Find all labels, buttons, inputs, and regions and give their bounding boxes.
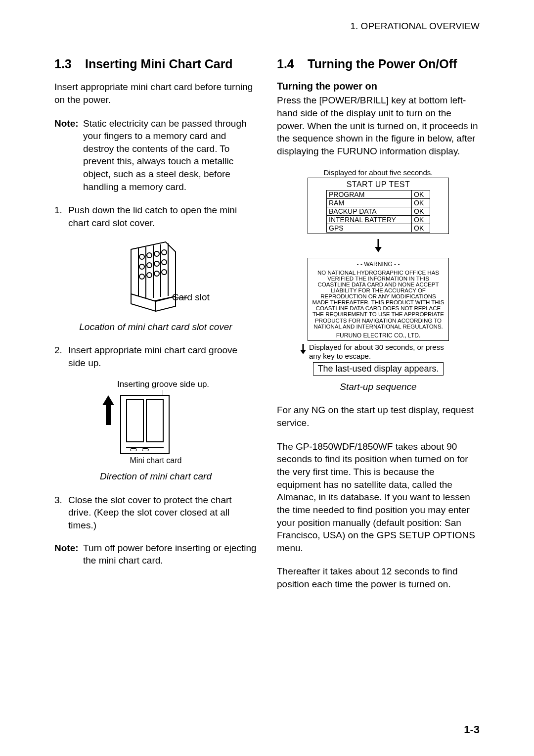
row-key: PROGRAM bbox=[327, 190, 412, 198]
page-number: 1-3 bbox=[464, 723, 480, 736]
svg-point-14 bbox=[147, 273, 152, 278]
svg-marker-21 bbox=[300, 350, 306, 354]
row-val: OK bbox=[412, 199, 430, 207]
right-column: 1.4 Turning the Power On/Off Turning the… bbox=[277, 56, 480, 602]
svg-point-10 bbox=[147, 263, 152, 268]
step-2: 2. Insert appropriate mini chart card gr… bbox=[54, 344, 257, 369]
note-text: Static electricity can be passed through… bbox=[83, 117, 257, 193]
row-val: OK bbox=[412, 216, 430, 224]
intro-paragraph: Insert appropriate mini chart card befor… bbox=[54, 81, 257, 106]
note-text: Turn off power before inserting or eject… bbox=[83, 542, 257, 567]
para-ng: For any NG on the start up test display,… bbox=[277, 404, 480, 429]
procedure-list-2: 2. Insert appropriate mini chart card gr… bbox=[54, 344, 257, 369]
content-columns: 1.3 Inserting Mini Chart Card Insert app… bbox=[54, 56, 480, 602]
arrow-up-icon bbox=[102, 395, 114, 405]
arrow-down-icon bbox=[299, 344, 307, 356]
arrow-stem bbox=[106, 405, 111, 425]
table-row: GPSOK bbox=[326, 224, 430, 233]
warning-company: FURUNO ELECTRIC CO., LTD. bbox=[312, 332, 445, 339]
card-slot-label: Card slot bbox=[172, 292, 210, 303]
svg-point-9 bbox=[139, 264, 144, 269]
warning-box: - - WARNING - - NO NATIONAL HYDROGRAPHIC… bbox=[308, 258, 449, 341]
section-1-4-heading: 1.4 Turning the Power On/Off bbox=[277, 56, 480, 72]
para-power-on: Press the [POWER/BRILL] key at bottom le… bbox=[277, 94, 480, 157]
step-text: Insert appropriate mini chart card groov… bbox=[68, 344, 257, 369]
seq-top-caption: Displayed for about five seconds. bbox=[277, 168, 480, 177]
figure-1-caption: Location of mini chart card slot cover bbox=[54, 321, 257, 333]
para-thereafter: Thereafter it takes about 12 seconds to … bbox=[277, 565, 480, 590]
note-1: Note: Static electricity can be passed t… bbox=[54, 117, 257, 193]
figure-2-caption: Direction of mini chart card bbox=[54, 470, 257, 483]
last-display-box: The last-used display appears. bbox=[313, 362, 443, 376]
svg-point-11 bbox=[154, 261, 159, 266]
figure-chart-card: Inserting groove side up. Mini chart car… bbox=[54, 379, 257, 466]
heading-number: 1.3 bbox=[54, 56, 85, 72]
step-number: 2. bbox=[54, 344, 68, 369]
svg-point-5 bbox=[139, 254, 144, 259]
svg-point-13 bbox=[139, 274, 144, 279]
left-column: 1.3 Inserting Mini Chart Card Insert app… bbox=[54, 56, 257, 602]
seq-note-text: Displayed for about 30 seconds, or press… bbox=[309, 343, 457, 360]
svg-point-8 bbox=[162, 250, 167, 255]
table-row: BACKUP DATAOK bbox=[326, 207, 430, 216]
step-number: 1. bbox=[54, 204, 68, 229]
warning-title: - - WARNING - - bbox=[312, 261, 445, 268]
note-label: Note: bbox=[54, 117, 83, 193]
svg-point-16 bbox=[162, 270, 167, 275]
svg-point-12 bbox=[162, 260, 167, 265]
table-row: PROGRAMOK bbox=[326, 190, 430, 199]
startup-sequence-caption: Start-up sequence bbox=[277, 380, 480, 393]
note-2: Note: Turn off power before inserting or… bbox=[54, 542, 257, 567]
startup-table: PROGRAMOK RAMOK BACKUP DATAOK INTERNAL B… bbox=[326, 190, 430, 233]
svg-marker-19 bbox=[375, 247, 382, 252]
row-key: RAM bbox=[327, 199, 412, 207]
down-arrow-1 bbox=[277, 239, 480, 255]
table-row: INTERNAL BATTERYOK bbox=[326, 216, 430, 224]
tick-line bbox=[163, 390, 163, 395]
svg-point-6 bbox=[147, 253, 152, 258]
groove-label: Inserting groove side up. bbox=[117, 379, 209, 389]
row-key: BACKUP DATA bbox=[327, 207, 412, 215]
row-key: GPS bbox=[327, 224, 412, 232]
heading-number: 1.4 bbox=[277, 56, 308, 72]
row-val: OK bbox=[412, 207, 430, 215]
heading-text: Turning the Power On/Off bbox=[308, 56, 457, 72]
row-key: INTERNAL BATTERY bbox=[327, 216, 412, 224]
table-row: RAMOK bbox=[326, 199, 430, 207]
row-val: OK bbox=[412, 190, 430, 198]
step-number: 3. bbox=[54, 494, 68, 532]
chapter-header: 1. OPERATIONAL OVERVIEW bbox=[54, 21, 480, 32]
svg-point-7 bbox=[154, 251, 159, 256]
figure-card-slot: Card slot bbox=[54, 239, 257, 316]
startup-title: START UP TEST bbox=[308, 180, 448, 189]
step-3: 3. Close the slot cover to protect the c… bbox=[54, 494, 257, 532]
note-label: Note: bbox=[54, 542, 83, 567]
seq-note: Displayed for about 30 seconds, or press… bbox=[299, 343, 457, 360]
section-1-3-heading: 1.3 Inserting Mini Chart Card bbox=[54, 56, 257, 72]
arrow-down-icon bbox=[373, 239, 383, 253]
step-text: Push down the lid catch to open the mini… bbox=[68, 204, 257, 229]
mini-chart-card-label: Mini chart card bbox=[54, 456, 257, 465]
svg-point-15 bbox=[154, 271, 159, 276]
chart-card-icon bbox=[120, 395, 170, 454]
step-1: 1. Push down the lid catch to open the m… bbox=[54, 204, 257, 229]
procedure-list-3: 3. Close the slot cover to protect the c… bbox=[54, 494, 257, 532]
heading-text: Inserting Mini Chart Card bbox=[85, 56, 233, 72]
procedure-list: 1. Push down the lid catch to open the m… bbox=[54, 204, 257, 229]
subheading-power-on: Turning the power on bbox=[277, 81, 480, 92]
para-gp1850: The GP-1850WDF/1850WF takes about 90 sec… bbox=[277, 440, 480, 555]
step-text: Close the slot cover to protect the char… bbox=[68, 494, 257, 532]
warning-body: NO NATIONAL HYDROGRAPHIC OFFICE HAS VERI… bbox=[312, 270, 445, 330]
startup-test-box: START UP TEST PROGRAMOK RAMOK BACKUP DAT… bbox=[308, 178, 449, 234]
row-val: OK bbox=[412, 224, 430, 232]
